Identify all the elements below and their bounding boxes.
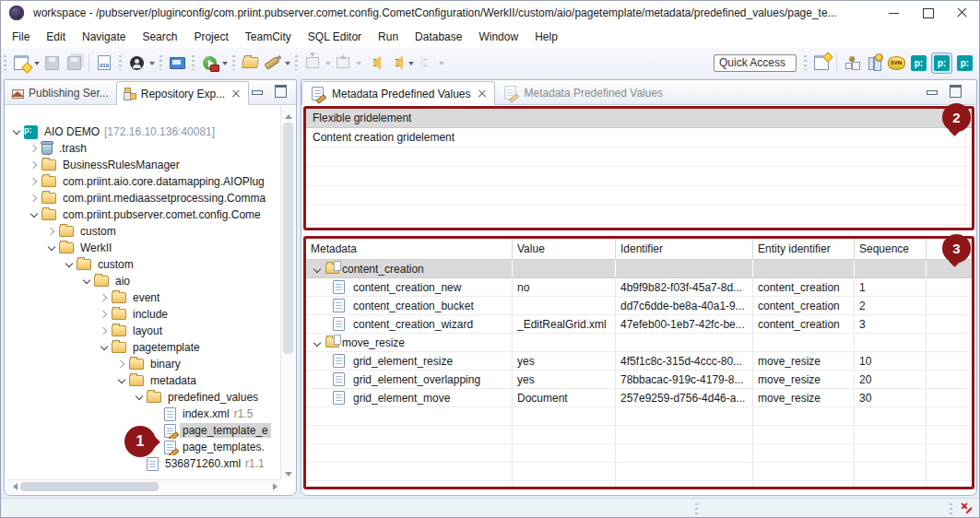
perspective-svn-button[interactable]: SVN — [885, 52, 907, 74]
view-tab-repository-exp[interactable]: Repository Exp... — [116, 81, 249, 105]
tree-item-custom[interactable]: custom — [6, 223, 280, 240]
column-header-value[interactable]: Value — [513, 239, 616, 259]
chevron-down-icon[interactable] — [81, 276, 92, 287]
menu-item-database[interactable]: Database — [407, 27, 470, 47]
tree-item-include[interactable]: include — [6, 306, 280, 323]
export-button[interactable] — [332, 52, 354, 74]
quick-access-box[interactable]: Quick Access — [714, 54, 797, 72]
editor-tab-metadata-predefined-values-1[interactable]: Metadata Predefined Values — [301, 81, 495, 105]
table-row-content-creation-wizard[interactable]: content_creation_wizard_EditRealGrid.xml… — [306, 315, 972, 334]
table-group-row-move-resize[interactable]: move_resize — [306, 334, 972, 352]
editor-tab-metadata-predefined-values-2[interactable]: Metadata Predefined Values — [495, 81, 671, 104]
menu-item-run[interactable]: Run — [370, 27, 407, 47]
column-header-identifier[interactable]: Identifier — [616, 239, 753, 259]
chevron-right-icon[interactable] — [29, 143, 40, 154]
scrollbar-thumb[interactable] — [283, 123, 293, 354]
chevron-right-icon[interactable] — [29, 159, 40, 171]
run-configuration-dropdown[interactable] — [220, 52, 229, 74]
save-all-button[interactable] — [63, 52, 85, 74]
window-minimize-button[interactable] — [877, 0, 910, 26]
window-maximize-button[interactable] — [912, 0, 945, 26]
forward-dropdown[interactable] — [437, 52, 445, 74]
tree-item-aio-demo[interactable]: p:AIO DEMO[172.16.10.136:40081] — [6, 124, 275, 140]
table-row-grid-element-overlapping[interactable]: grid_element_overlappingyes78bbacac-919c… — [306, 371, 972, 389]
perspective-priint-1-button[interactable]: p: — [908, 53, 929, 74]
scrollbar-thumb[interactable] — [20, 482, 159, 491]
chevron-right-icon[interactable] — [99, 309, 110, 320]
vertical-scrollbar[interactable] — [280, 106, 295, 479]
minimize-editor-icon[interactable] — [927, 85, 938, 98]
list-item-content-creation-gridelement[interactable]: Content creation gridelement — [306, 128, 972, 147]
brush-dropdown[interactable] — [283, 52, 291, 74]
user-profile-button[interactable] — [125, 52, 148, 74]
chevron-down-icon[interactable] — [64, 259, 75, 270]
tree-item-event[interactable]: event — [6, 289, 280, 306]
menu-item-edit[interactable]: Edit — [38, 27, 74, 47]
tree-item-werkii[interactable]: WerkII — [6, 240, 280, 256]
close-icon[interactable] — [478, 89, 487, 99]
tree-item-com-priint-pubserver-comet-config-come[interactable]: com.priint.pubserver.comet.config.Come — [6, 206, 280, 223]
window-close-button[interactable] — [945, 0, 978, 26]
back-history-dropdown[interactable] — [407, 52, 415, 74]
table-group-row-content-creation[interactable]: content_creation — [306, 260, 972, 278]
column-header-sequence[interactable]: Sequence — [855, 239, 927, 259]
import-dropdown[interactable] — [324, 52, 332, 74]
tree-item-pagetemplate[interactable]: pagetemplate — [6, 339, 280, 356]
menu-item-help[interactable]: Help — [526, 27, 566, 47]
menu-item-navigate[interactable]: Navigate — [74, 27, 134, 47]
menu-item-sql-editor[interactable]: SQL Editor — [300, 27, 370, 47]
menu-item-project[interactable]: Project — [185, 27, 236, 47]
scroll-down-arrow[interactable] — [281, 466, 295, 479]
tree-item-predefined-values[interactable]: predefined_values — [6, 389, 280, 406]
forward-button[interactable] — [415, 52, 437, 74]
chevron-down-icon[interactable] — [312, 338, 323, 349]
chevron-right-icon[interactable] — [99, 292, 110, 303]
scroll-right-arrow[interactable] — [267, 480, 280, 493]
menu-item-window[interactable]: Window — [470, 27, 526, 47]
tree-item-metadata[interactable]: metadata — [6, 372, 280, 389]
brush-button[interactable] — [261, 52, 283, 74]
table-row-content-creation-new[interactable]: content_creation_newno4b9f9b82-f03f-45a7… — [306, 278, 972, 297]
open-folder-button[interactable] — [239, 52, 261, 74]
tree-item-aio[interactable]: aio — [6, 273, 280, 289]
tree-item-trash[interactable]: .trash — [6, 140, 280, 157]
maximize-view-icon[interactable] — [275, 85, 287, 98]
chevron-right-icon[interactable] — [29, 193, 40, 204]
new-button[interactable] — [10, 52, 32, 74]
chevron-down-icon[interactable] — [312, 265, 323, 276]
table-row-grid-element-resize[interactable]: grid_element_resizeyes4f5f1c8c-315d-4ccc… — [306, 352, 972, 371]
tree-item-index-xml[interactable]: index.xmlr1.5 — [6, 406, 280, 422]
tree-item-binary[interactable]: binary — [6, 356, 280, 372]
tree-item-com-priint-mediaassetprocessing-comma[interactable]: com.priint.mediaassetprocessing.Comma — [6, 190, 280, 206]
minimize-view-icon[interactable] — [252, 85, 263, 98]
menu-item-file[interactable]: File — [4, 27, 38, 47]
back-history-button[interactable] — [384, 52, 407, 74]
console-button[interactable] — [166, 52, 188, 74]
scroll-left-arrow[interactable] — [6, 480, 18, 493]
import-button[interactable] — [301, 52, 324, 74]
tree-item-com-priint-aio-core-datamapping-aioplug[interactable]: com.priint.aio.core.datamapping.AIOPlug — [6, 173, 280, 190]
column-header-entity-identifier[interactable]: Entity identifier — [753, 239, 855, 259]
tree-item-layout[interactable]: layout — [6, 323, 280, 339]
maximize-editor-icon[interactable] — [950, 85, 962, 98]
save-button[interactable] — [41, 52, 63, 74]
chevron-down-icon[interactable] — [116, 375, 127, 386]
chevron-right-icon[interactable] — [99, 325, 110, 336]
perspective-priint-2-button-active[interactable]: p: — [931, 53, 952, 74]
scroll-up-arrow[interactable] — [281, 106, 295, 119]
menu-item-teamcity[interactable]: TeamCity — [237, 27, 300, 47]
chevron-right-icon[interactable] — [46, 226, 57, 237]
export-dropdown[interactable] — [354, 52, 362, 74]
chevron-down-icon[interactable] — [11, 126, 22, 137]
chevron-right-icon[interactable] — [116, 359, 127, 370]
chevron-down-icon[interactable] — [134, 392, 145, 403]
table-row-content-creation-bucket[interactable]: content_creation_bucketdd7c6dde-be8a-40a… — [306, 297, 972, 315]
perspective-priint-3-button[interactable]: p: — [954, 53, 975, 74]
column-header-metadata[interactable]: Metadata — [306, 239, 513, 259]
new-dropdown[interactable] — [32, 52, 41, 74]
user-profile-dropdown[interactable] — [148, 52, 156, 74]
chevron-down-icon[interactable] — [99, 342, 110, 353]
chevron-down-icon[interactable] — [46, 242, 57, 253]
binary-file-button[interactable]: 010 — [93, 52, 115, 74]
close-icon[interactable] — [231, 89, 241, 99]
